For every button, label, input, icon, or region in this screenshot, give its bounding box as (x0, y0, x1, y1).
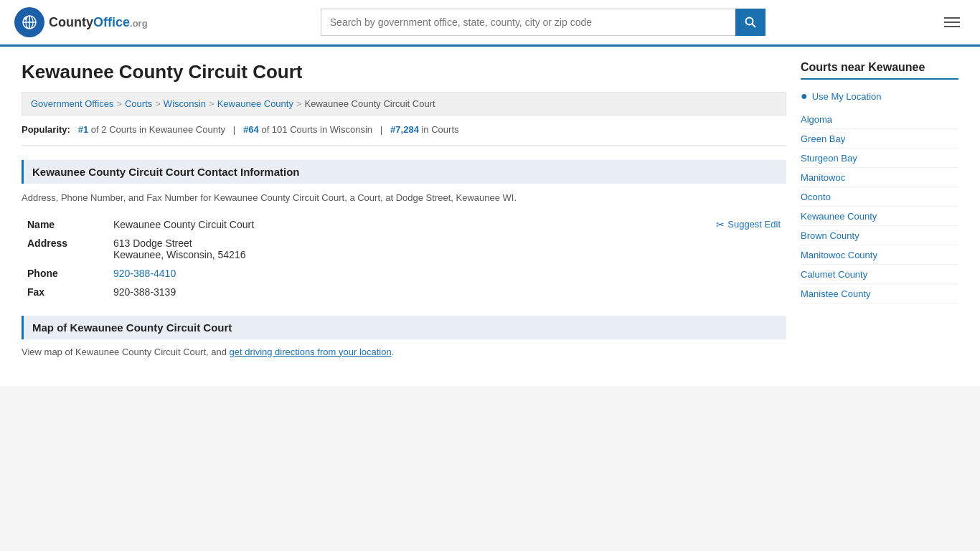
nearby-link-manitowoc-county[interactable]: Manitowoc County (801, 250, 877, 260)
breadcrumb: Government Offices > Courts > Wisconsin … (22, 92, 786, 116)
nearby-item-manitowoc: Manitowoc (801, 168, 958, 187)
breadcrumb-item-courts[interactable]: Courts (125, 98, 152, 109)
nearby-item-sturgeon-bay: Sturgeon Bay (801, 149, 958, 168)
name-label: Name (22, 215, 108, 234)
table-row-name: Name Kewaunee County Circuit Court ✂ Sug… (22, 215, 786, 234)
nearby-item-manitowoc-county: Manitowoc County (801, 245, 958, 265)
breadcrumb-sep-4: > (296, 98, 302, 109)
contact-section-header: Kewaunee County Circuit Court Contact In… (22, 160, 786, 184)
map-section-desc: View map of Kewaunee County Circuit Cour… (22, 347, 786, 357)
svg-point-5 (24, 17, 27, 20)
search-area (321, 9, 765, 36)
menu-line-3 (944, 26, 960, 27)
fax-label: Fax (22, 283, 108, 301)
address-label: Address (22, 234, 108, 264)
contact-section-desc: Address, Phone Number, and Fax Number fo… (22, 191, 786, 205)
suggest-edit-link[interactable]: ✂ Suggest Edit (716, 219, 781, 230)
nearby-link-kewaunee-county[interactable]: Kewaunee County (801, 211, 877, 222)
address-line2: Kewaunee, Wisconsin, 54216 (113, 249, 781, 260)
phone-link[interactable]: 920-388-4410 (113, 268, 176, 279)
menu-line-2 (944, 22, 960, 23)
map-desc-end: . (392, 347, 395, 357)
breadcrumb-sep-1: > (116, 98, 122, 109)
nearby-item-calumet-county: Calumet County (801, 265, 958, 284)
search-icon (745, 17, 756, 28)
header: CountyOffice.org (0, 0, 980, 47)
logo-text: CountyOffice.org (49, 15, 148, 30)
map-section: Map of Kewaunee County Circuit Court Vie… (22, 316, 786, 357)
phone-value: 920-388-4410 (108, 264, 786, 283)
rank3-context: in Courts (421, 124, 458, 135)
suggest-edit-label: Suggest Edit (727, 219, 781, 230)
breadcrumb-item-wisconsin[interactable]: Wisconsin (164, 98, 206, 109)
address-value: 613 Dodge Street Kewaunee, Wisconsin, 54… (108, 234, 786, 264)
table-row-phone: Phone 920-388-4410 (22, 264, 786, 283)
use-my-location-link[interactable]: ● Use My Location (801, 90, 958, 103)
map-desc-start: View map of Kewaunee County Circuit Cour… (22, 347, 230, 357)
search-input[interactable] (321, 9, 735, 36)
table-row-fax: Fax 920-388-3139 (22, 283, 786, 301)
main-wrapper: Kewaunee County Circuit Court Government… (0, 47, 980, 386)
nearby-item-oconto: Oconto (801, 187, 958, 207)
nearby-link-manistee-county[interactable]: Manistee County (801, 288, 871, 299)
suggest-edit-icon: ✂ (716, 219, 725, 230)
popularity-bar: Popularity: #1 of 2 Courts in Kewaunee C… (22, 124, 786, 146)
sidebar: Courts near Kewaunee ● Use My Location A… (801, 61, 958, 372)
fax-value: 920-388-3139 (108, 283, 786, 301)
nearby-item-algoma: Algoma (801, 110, 958, 129)
breadcrumb-item-current: Kewaunee County Circuit Court (305, 98, 435, 109)
breadcrumb-item-kewaunee-county[interactable]: Kewaunee County (217, 98, 293, 109)
nearby-link-sturgeon-bay[interactable]: Sturgeon Bay (801, 153, 857, 164)
nearby-link-brown-county[interactable]: Brown County (801, 230, 859, 241)
location-icon: ● (801, 90, 808, 103)
breadcrumb-sep-2: > (155, 98, 161, 109)
nearby-link-oconto[interactable]: Oconto (801, 192, 831, 202)
rank2-context: of 101 Courts in Wisconsin (261, 124, 372, 135)
map-section-header: Map of Kewaunee County Circuit Court (22, 316, 786, 339)
rank1-context: of 2 Courts in Kewaunee County (91, 124, 225, 135)
content-area: Kewaunee County Circuit Court Government… (22, 61, 786, 372)
nearby-item-manistee-county: Manistee County (801, 284, 958, 303)
rank2: #64 (243, 124, 259, 135)
nearby-item-brown-county: Brown County (801, 226, 958, 245)
logo-area: CountyOffice.org (14, 7, 148, 37)
nearby-list: Algoma Green Bay Sturgeon Bay Manitowoc … (801, 110, 958, 303)
contact-info-table: Name Kewaunee County Circuit Court ✂ Sug… (22, 215, 786, 301)
contact-section: Kewaunee County Circuit Court Contact In… (22, 160, 786, 301)
menu-button[interactable] (938, 14, 966, 30)
breadcrumb-item-gov-offices[interactable]: Government Offices (31, 98, 113, 109)
rank3: #7,284 (390, 124, 419, 135)
table-row-address: Address 613 Dodge Street Kewaunee, Wisco… (22, 234, 786, 264)
sidebar-title: Courts near Kewaunee (801, 61, 958, 80)
name-value: Kewaunee County Circuit Court ✂ Suggest … (108, 215, 786, 234)
svg-line-7 (752, 24, 755, 28)
page-title: Kewaunee County Circuit Court (22, 61, 786, 83)
popularity-label: Popularity: (22, 124, 70, 135)
nearby-link-algoma[interactable]: Algoma (801, 114, 832, 125)
address-line1: 613 Dodge Street (113, 237, 781, 249)
svg-point-6 (745, 18, 753, 25)
nearby-item-kewaunee-county: Kewaunee County (801, 207, 958, 226)
logo-icon (14, 7, 44, 37)
breadcrumb-sep-3: > (209, 98, 215, 109)
nearby-link-calumet-county[interactable]: Calumet County (801, 269, 867, 280)
menu-line-1 (944, 17, 960, 19)
nearby-item-green-bay: Green Bay (801, 129, 958, 149)
driving-directions-link[interactable]: get driving directions from your locatio… (230, 347, 392, 357)
search-button[interactable] (735, 9, 765, 36)
nearby-link-green-bay[interactable]: Green Bay (801, 133, 845, 144)
nearby-link-manitowoc[interactable]: Manitowoc (801, 172, 845, 183)
phone-label: Phone (22, 264, 108, 283)
rank1: #1 (78, 124, 88, 135)
use-location-label: Use My Location (812, 91, 882, 102)
